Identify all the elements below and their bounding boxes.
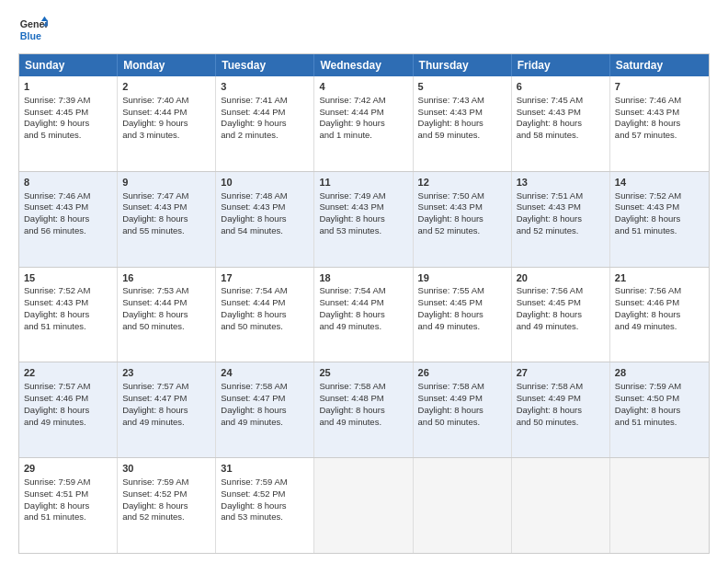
day-info-line: Sunset: 4:52 PM (122, 488, 210, 500)
day-number: 15 (24, 271, 112, 285)
day-info-line: and 49 minutes. (122, 417, 210, 429)
day-number: 2 (122, 80, 210, 94)
day-info-line: and 51 minutes. (615, 417, 704, 429)
day-cell-17: 17Sunrise: 7:54 AMSunset: 4:44 PMDayligh… (216, 268, 314, 362)
day-number: 26 (418, 366, 506, 380)
calendar-row-5: 29Sunrise: 7:59 AMSunset: 4:51 PMDayligh… (19, 457, 709, 553)
day-number: 9 (122, 176, 210, 190)
day-info-line: and 49 minutes. (319, 321, 407, 333)
day-info-line: Sunset: 4:44 PM (319, 107, 407, 119)
day-info-line: Daylight: 8 hours (418, 309, 506, 321)
calendar-row-3: 15Sunrise: 7:52 AMSunset: 4:43 PMDayligh… (19, 267, 709, 362)
day-info-line: and 49 minutes. (517, 321, 605, 333)
day-cell-14: 14Sunrise: 7:52 AMSunset: 4:43 PMDayligh… (610, 172, 709, 267)
day-info-line: Sunrise: 7:56 AM (517, 285, 605, 297)
day-info-line: Sunrise: 7:58 AM (517, 381, 605, 393)
day-number: 28 (615, 366, 704, 380)
day-info-line: Daylight: 8 hours (122, 309, 210, 321)
day-info-line: Sunset: 4:49 PM (418, 393, 506, 405)
day-info-line: Daylight: 8 hours (221, 500, 309, 512)
day-number: 1 (24, 80, 112, 94)
empty-cell (414, 458, 512, 553)
day-info-line: Daylight: 8 hours (418, 118, 506, 130)
day-info-line: and 50 minutes. (122, 321, 210, 333)
day-info-line: and 51 minutes. (24, 321, 112, 333)
day-info-line: Sunset: 4:43 PM (517, 201, 605, 213)
day-number: 16 (122, 271, 210, 285)
day-info-line: Daylight: 8 hours (615, 118, 704, 130)
day-info-line: Daylight: 8 hours (122, 213, 210, 225)
day-number: 8 (24, 176, 112, 190)
day-number: 4 (319, 80, 407, 94)
day-info-line: Sunrise: 7:54 AM (221, 285, 309, 297)
day-info-line: Sunset: 4:44 PM (221, 297, 309, 309)
day-info-line: and 3 minutes. (122, 130, 210, 142)
day-info-line: Sunrise: 7:58 AM (418, 381, 506, 393)
day-info-line: Daylight: 8 hours (319, 213, 407, 225)
day-info-line: and 50 minutes. (221, 321, 309, 333)
day-info-line: Sunrise: 7:57 AM (122, 381, 210, 393)
page: General Blue SundayMondayTuesdayWednesda… (0, 0, 728, 563)
day-info-line: and 51 minutes. (615, 225, 704, 237)
day-info-line: Sunrise: 7:48 AM (221, 190, 309, 202)
day-number: 29 (24, 462, 112, 476)
day-info-line: Sunset: 4:43 PM (615, 107, 704, 119)
day-info-line: and 50 minutes. (517, 417, 605, 429)
day-info-line: Daylight: 9 hours (221, 118, 309, 130)
day-info-line: Sunrise: 7:51 AM (517, 190, 605, 202)
day-info-line: Sunset: 4:48 PM (319, 393, 407, 405)
day-cell-6: 6Sunrise: 7:45 AMSunset: 4:43 PMDaylight… (512, 76, 610, 171)
day-info-line: Sunset: 4:45 PM (24, 107, 112, 119)
day-info-line: Sunset: 4:43 PM (24, 201, 112, 213)
day-number: 27 (517, 366, 605, 380)
day-number: 31 (221, 462, 309, 476)
day-info-line: Sunset: 4:45 PM (517, 297, 605, 309)
calendar: SundayMondayTuesdayWednesdayThursdayFrid… (18, 53, 710, 554)
day-info-line: and 49 minutes. (221, 417, 309, 429)
day-info-line: Sunset: 4:43 PM (418, 107, 506, 119)
day-info-line: and 56 minutes. (24, 225, 112, 237)
day-cell-28: 28Sunrise: 7:59 AMSunset: 4:50 PMDayligh… (610, 362, 709, 457)
day-cell-29: 29Sunrise: 7:59 AMSunset: 4:51 PMDayligh… (19, 458, 118, 553)
day-cell-3: 3Sunrise: 7:41 AMSunset: 4:44 PMDaylight… (216, 76, 314, 171)
day-info-line: Sunrise: 7:58 AM (221, 381, 309, 393)
day-info-line: Sunrise: 7:45 AM (517, 95, 605, 107)
calendar-row-4: 22Sunrise: 7:57 AMSunset: 4:46 PMDayligh… (19, 362, 709, 457)
day-info-line: Sunrise: 7:42 AM (319, 95, 407, 107)
day-cell-26: 26Sunrise: 7:58 AMSunset: 4:49 PMDayligh… (414, 362, 512, 457)
day-info-line: Sunrise: 7:59 AM (24, 477, 112, 488)
day-info-line: Daylight: 8 hours (517, 213, 605, 225)
day-info-line: Daylight: 8 hours (24, 309, 112, 321)
calendar-row-1: 1Sunrise: 7:39 AMSunset: 4:45 PMDaylight… (19, 76, 709, 171)
day-cell-27: 27Sunrise: 7:58 AMSunset: 4:49 PMDayligh… (512, 362, 610, 457)
day-info-line: Daylight: 8 hours (221, 213, 309, 225)
day-info-line: Sunset: 4:51 PM (24, 488, 112, 500)
day-info-line: Daylight: 8 hours (24, 405, 112, 417)
day-info-line: Sunset: 4:43 PM (221, 201, 309, 213)
day-header-saturday: Saturday (610, 54, 709, 76)
day-cell-18: 18Sunrise: 7:54 AMSunset: 4:44 PMDayligh… (314, 268, 413, 362)
logo-icon: General Blue (18, 15, 48, 44)
empty-cell (314, 458, 413, 553)
day-cell-23: 23Sunrise: 7:57 AMSunset: 4:47 PMDayligh… (118, 362, 216, 457)
day-info-line: and 49 minutes. (24, 417, 112, 429)
day-number: 5 (418, 80, 506, 94)
day-number: 6 (517, 80, 605, 94)
day-header-friday: Friday (512, 54, 610, 76)
day-info-line: Daylight: 8 hours (122, 405, 210, 417)
day-cell-7: 7Sunrise: 7:46 AMSunset: 4:43 PMDaylight… (610, 76, 709, 171)
day-info-line: Daylight: 8 hours (517, 309, 605, 321)
day-info-line: Sunrise: 7:46 AM (24, 190, 112, 202)
day-cell-22: 22Sunrise: 7:57 AMSunset: 4:46 PMDayligh… (19, 362, 118, 457)
day-info-line: Sunset: 4:47 PM (221, 393, 309, 405)
day-info-line: Sunrise: 7:46 AM (615, 95, 704, 107)
day-info-line: Sunset: 4:44 PM (122, 107, 210, 119)
day-cell-16: 16Sunrise: 7:53 AMSunset: 4:44 PMDayligh… (118, 268, 216, 362)
day-number: 30 (122, 462, 210, 476)
day-info-line: Sunrise: 7:49 AM (319, 190, 407, 202)
day-info-line: Daylight: 8 hours (418, 405, 506, 417)
day-number: 11 (319, 176, 407, 190)
day-info-line: Sunrise: 7:56 AM (615, 285, 704, 297)
logo: General Blue (18, 15, 48, 44)
day-header-sunday: Sunday (19, 54, 118, 76)
